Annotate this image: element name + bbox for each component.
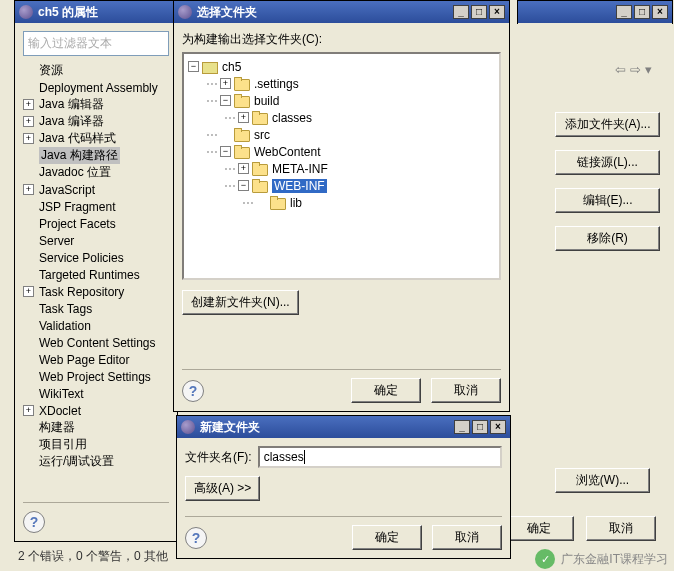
close-button[interactable]: × — [652, 5, 668, 19]
link-source-button[interactable]: 链接源(L)... — [555, 150, 660, 175]
properties-item[interactable]: Validation — [39, 319, 91, 333]
close-button[interactable]: × — [489, 5, 505, 19]
properties-item[interactable]: Targeted Runtimes — [39, 268, 140, 282]
expand-icon[interactable]: + — [238, 112, 249, 123]
instruction-label: 为构建输出选择文件夹(C): — [182, 31, 501, 48]
status-bar: 2 个错误，0 个警告，0 其他 — [18, 548, 168, 565]
properties-item[interactable]: Task Repository — [39, 285, 124, 299]
properties-tree[interactable]: 资源Deployment Assembly+Java 编辑器+Java 编译器+… — [23, 62, 169, 496]
properties-item[interactable]: Web Page Editor — [39, 353, 130, 367]
new-cancel-button[interactable]: 取消 — [432, 525, 502, 550]
properties-item[interactable]: Server — [39, 234, 74, 248]
properties-item[interactable]: Java 构建路径 — [39, 147, 120, 164]
folder-icon — [270, 196, 286, 209]
remove-button[interactable]: 移除(R) — [555, 226, 660, 251]
properties-item[interactable]: Java 编译器 — [39, 113, 104, 130]
properties-item[interactable]: Web Content Settings — [39, 336, 156, 350]
new-ok-button[interactable]: 确定 — [352, 525, 422, 550]
properties-item[interactable]: Java 代码样式 — [39, 130, 116, 147]
collapse-icon[interactable]: − — [220, 146, 231, 157]
new-folder-titlebar[interactable]: 新建文件夹 _ □ × — [177, 416, 510, 438]
advanced-button[interactable]: 高级(A) >> — [185, 476, 260, 501]
tree-node[interactable]: classes — [272, 111, 312, 125]
fwd-arrow-icon[interactable]: ⇨ — [630, 62, 641, 77]
select-cancel-button[interactable]: 取消 — [431, 378, 501, 403]
expand-icon[interactable]: + — [23, 133, 34, 144]
new-folder-window: 新建文件夹 _ □ × 文件夹名(F): classes 高级(A) >> ? … — [176, 415, 511, 559]
tree-node[interactable]: build — [254, 94, 279, 108]
side-button-panel: 添加文件夹(A)... 链接源(L)... 编辑(E)... 移除(R) — [555, 112, 660, 251]
tree-node[interactable]: .settings — [254, 77, 299, 91]
properties-item[interactable]: 运行/调试设置 — [39, 453, 114, 470]
properties-item[interactable]: Web Project Settings — [39, 370, 151, 384]
collapse-icon[interactable]: − — [188, 61, 199, 72]
expand-icon[interactable]: + — [23, 286, 34, 297]
eclipse-icon — [181, 420, 195, 434]
back-arrow-icon[interactable]: ⇦ — [615, 62, 626, 77]
folder-name-input[interactable]: classes — [258, 446, 502, 468]
folder-icon — [234, 77, 250, 90]
nav-arrows: ⇦ ⇨ ▾ — [615, 62, 652, 77]
collapse-icon[interactable]: − — [220, 95, 231, 106]
minimize-button[interactable]: _ — [616, 5, 632, 19]
expand-icon[interactable]: + — [23, 99, 34, 110]
eclipse-icon — [19, 5, 33, 19]
edit-button[interactable]: 编辑(E)... — [555, 188, 660, 213]
dropdown-arrow-icon[interactable]: ▾ — [645, 62, 652, 77]
properties-item[interactable]: Javadoc 位置 — [39, 164, 111, 181]
tree-node-selected[interactable]: WEB-INF — [272, 179, 327, 193]
select-folder-window: 选择文件夹 _ □ × 为构建输出选择文件夹(C): −ch5 ⋯+.setti… — [173, 0, 510, 412]
create-folder-button[interactable]: 创建新文件夹(N)... — [182, 290, 299, 315]
select-folder-titlebar[interactable]: 选择文件夹 _ □ × — [174, 1, 509, 23]
help-icon[interactable]: ? — [182, 380, 204, 402]
main-cancel-button[interactable]: 取消 — [586, 516, 656, 541]
maximize-button[interactable]: □ — [472, 420, 488, 434]
close-button[interactable]: × — [490, 420, 506, 434]
collapse-icon[interactable]: − — [238, 180, 249, 191]
minimize-button[interactable]: _ — [453, 5, 469, 19]
watermark: ✓ 广东金融IT课程学习 — [535, 549, 668, 569]
properties-title: ch5 的属性 — [38, 4, 173, 21]
browse-button[interactable]: 浏览(W)... — [555, 468, 650, 493]
properties-item[interactable]: 项目引用 — [39, 436, 87, 453]
tree-node[interactable]: lib — [290, 196, 302, 210]
expand-icon[interactable]: + — [23, 184, 34, 195]
properties-item[interactable]: 资源 — [39, 62, 63, 79]
properties-item[interactable]: Java 编辑器 — [39, 96, 104, 113]
expand-icon[interactable]: + — [220, 78, 231, 89]
folder-icon — [234, 94, 250, 107]
tree-node[interactable]: WebContent — [254, 145, 321, 159]
project-icon — [202, 60, 218, 73]
help-icon[interactable]: ? — [23, 511, 45, 533]
help-icon[interactable]: ? — [185, 527, 207, 549]
bg-window-titlebar: _ □ × — [517, 0, 673, 24]
tree-node[interactable]: src — [254, 128, 270, 142]
properties-item[interactable]: Service Policies — [39, 251, 124, 265]
properties-item[interactable]: Deployment Assembly — [39, 81, 158, 95]
expand-icon[interactable]: + — [23, 405, 34, 416]
folder-tree[interactable]: −ch5 ⋯+.settings ⋯−build ⋯+classes ⋯src … — [182, 52, 501, 280]
expand-icon[interactable]: + — [238, 163, 249, 174]
properties-titlebar[interactable]: ch5 的属性 — [15, 1, 177, 23]
main-ok-button[interactable]: 确定 — [504, 516, 574, 541]
properties-item[interactable]: JavaScript — [39, 183, 95, 197]
maximize-button[interactable]: □ — [634, 5, 650, 19]
properties-item[interactable]: Project Facets — [39, 217, 116, 231]
select-ok-button[interactable]: 确定 — [351, 378, 421, 403]
add-folder-button[interactable]: 添加文件夹(A)... — [555, 112, 660, 137]
folder-icon — [252, 111, 268, 124]
folder-icon — [252, 179, 268, 192]
new-folder-title: 新建文件夹 — [200, 419, 454, 436]
eclipse-icon — [178, 5, 192, 19]
expand-icon[interactable]: + — [23, 116, 34, 127]
properties-item[interactable]: XDoclet — [39, 404, 81, 418]
tree-node[interactable]: ch5 — [222, 60, 241, 74]
tree-node[interactable]: META-INF — [272, 162, 328, 176]
properties-item[interactable]: 构建器 — [39, 419, 75, 436]
properties-item[interactable]: WikiText — [39, 387, 84, 401]
maximize-button[interactable]: □ — [471, 5, 487, 19]
properties-item[interactable]: Task Tags — [39, 302, 92, 316]
filter-input[interactable]: 输入过滤器文本 — [23, 31, 169, 56]
minimize-button[interactable]: _ — [454, 420, 470, 434]
properties-item[interactable]: JSP Fragment — [39, 200, 115, 214]
